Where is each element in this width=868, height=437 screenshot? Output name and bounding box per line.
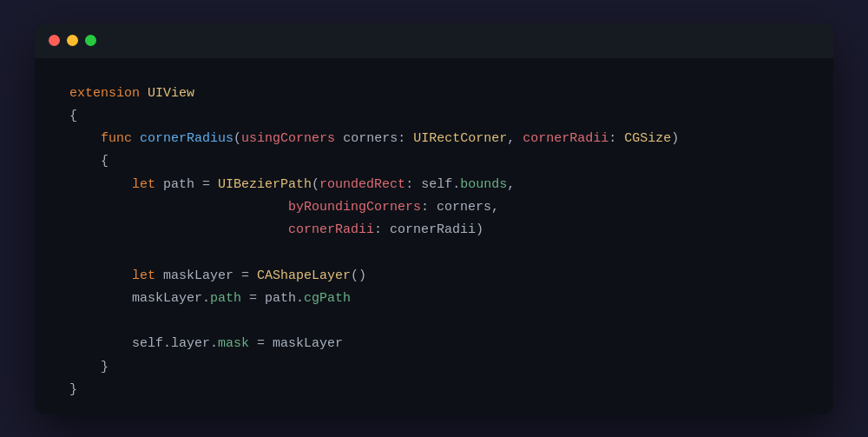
maximize-button[interactable] <box>85 35 96 46</box>
close-button[interactable] <box>49 35 60 46</box>
minimize-button[interactable] <box>67 35 78 46</box>
code-area: extension UIView { func cornerRadius(usi… <box>35 58 833 414</box>
code-block: extension UIView { func cornerRadius(usi… <box>69 83 799 402</box>
code-editor-window: extension UIView { func cornerRadius(usi… <box>35 23 833 414</box>
titlebar <box>35 23 833 58</box>
